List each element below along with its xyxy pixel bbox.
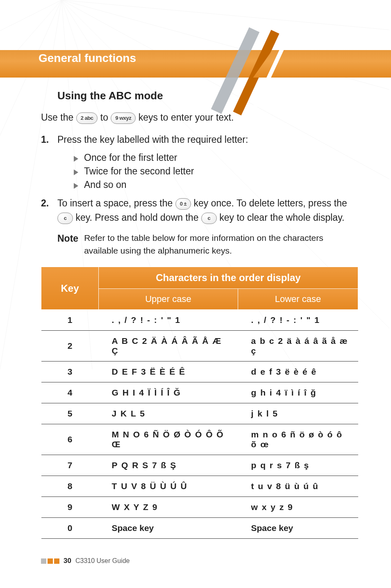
steps-list-2: 2. To insert a space, press the 0 ± key … — [41, 196, 358, 224]
cell-upper: M N O 6 Ñ Ö Ø Ò Ó Ô Õ Œ — [99, 424, 238, 455]
table-row: 3D E F 3 Ë È É Êd e f 3 ë è é ê — [41, 361, 358, 382]
note-block: Note Refer to the table below for more i… — [57, 232, 358, 257]
cell-key: 9 — [41, 497, 99, 518]
table-body: 1. , / ? ! - : ' " 1. , / ? ! - : ' " 1 … — [41, 310, 358, 539]
triangle-icon — [74, 183, 78, 189]
cell-key: 3 — [41, 361, 99, 382]
table-row: 9W X Y Z 9w x y z 9 — [41, 497, 358, 518]
cell-lower: a b c 2 ä à á â ã å æ ç — [238, 331, 358, 361]
triangle-icon — [74, 169, 78, 175]
key-0-icon: 0 ± — [175, 198, 191, 210]
table-row: 2A B C 2 Ä À Á Â Ã Å Æ Ça b c 2 ä à á â … — [41, 331, 358, 361]
content: Using the ABC mode Use the 2 abc to 9 wx… — [41, 89, 358, 539]
cell-lower: g h i 4 ï ì í î ğ — [238, 382, 358, 403]
text: key to clear the whole display. — [219, 212, 344, 223]
table-row: 5J K L 5j k l 5 — [41, 403, 358, 424]
cell-upper: G H I 4 Ï Ì Í Î Ğ — [99, 382, 238, 403]
key-c-icon: c — [201, 213, 217, 224]
cell-lower: m n o 6 ñ ö ø ò ó ô õ œ — [238, 424, 358, 455]
cell-key: 4 — [41, 382, 99, 403]
table-row: 4G H I 4 Ï Ì Í Î Ğg h i 4 ï ì í î ğ — [41, 382, 358, 403]
page: General functions Using the ABC mode Use… — [0, 0, 391, 588]
cell-lower: . , / ? ! - : ' " 1 — [238, 310, 358, 331]
footer: 30 C3310 User Guide — [41, 557, 130, 565]
key-2-icon: 2 abc — [76, 112, 98, 124]
cell-lower: t u v 8 ü ù ú û — [238, 476, 358, 497]
cell-key: 5 — [41, 403, 99, 424]
cell-key: 7 — [41, 455, 99, 476]
page-number: 30 — [64, 557, 71, 565]
cell-upper: J K L 5 — [99, 403, 238, 424]
cell-lower: p q r s 7 ß ş — [238, 455, 358, 476]
bullet-text: And so on — [84, 179, 127, 190]
cell-lower: j k l 5 — [238, 403, 358, 424]
table-row: 8T U V 8 Ü Ù Ú Ût u v 8 ü ù ú û — [41, 476, 358, 497]
table-row: 6M N O 6 Ñ Ö Ø Ò Ó Ô Õ Œm n o 6 ñ ö ø ò … — [41, 424, 358, 455]
note-label: Note — [57, 232, 78, 257]
cell-key: 6 — [41, 424, 99, 455]
footer-blocks-icon — [41, 558, 59, 564]
cell-upper: . , / ? ! - : ' " 1 — [99, 310, 238, 331]
table-row: 1. , / ? ! - : ' " 1. , / ? ! - : ' " 1 — [41, 310, 358, 331]
triangle-icon — [74, 156, 78, 162]
table-row: 7P Q R S 7 ß Şp q r s 7 ß ş — [41, 455, 358, 476]
key-c-icon: c — [57, 213, 73, 224]
cell-upper: A B C 2 Ä À Á Â Ã Å Æ Ç — [99, 331, 238, 361]
cell-upper: T U V 8 Ü Ù Ú Û — [99, 476, 238, 497]
bullet-item: Twice for the second letter — [74, 166, 358, 177]
step-number: 1. — [41, 133, 51, 147]
cell-upper: P Q R S 7 ß Ş — [99, 455, 238, 476]
cell-key: 1 — [41, 310, 99, 331]
cell-lower: w x y z 9 — [238, 497, 358, 518]
section-title: General functions — [39, 0, 358, 65]
cell-upper: D E F 3 Ë È É Ê — [99, 361, 238, 382]
step-2: 2. To insert a space, press the 0 ± key … — [41, 196, 358, 224]
col-key-header: Key — [41, 267, 99, 310]
text: keys to enter your text. — [139, 112, 234, 123]
cell-key: 2 — [41, 331, 99, 361]
subheading-using-abc: Using the ABC mode — [57, 89, 358, 102]
text: To insert a space, press the — [57, 198, 175, 208]
characters-table: Key Characters in the order display Uppe… — [41, 267, 358, 539]
step-text: To insert a space, press the 0 ± key onc… — [57, 196, 358, 224]
cell-upper: W X Y Z 9 — [99, 497, 238, 518]
col-characters-header: Characters in the order display — [99, 267, 358, 289]
note-text: Refer to the table below for more inform… — [84, 232, 358, 257]
text: to — [100, 112, 111, 123]
text: Use the — [41, 112, 76, 123]
bullet-item: Once for the first letter — [74, 152, 358, 163]
key-9-icon: 9 wxyz — [111, 112, 136, 124]
step-1: 1. Press the key labelled with the requi… — [41, 133, 358, 147]
cell-key: 8 — [41, 476, 99, 497]
cell-lower: d e f 3 ë è é ê — [238, 361, 358, 382]
step-number: 2. — [41, 196, 51, 224]
text: key once. To delete letters, press the — [194, 198, 347, 208]
col-lower-header: Lower case — [238, 289, 358, 310]
cell-lower: Space key — [238, 518, 358, 539]
col-upper-header: Upper case — [99, 289, 238, 310]
step-text: Press the key labelled with the required… — [57, 133, 248, 147]
steps-list: 1. Press the key labelled with the requi… — [41, 133, 358, 147]
sub-bullets: Once for the first letter Twice for the … — [74, 152, 358, 190]
cell-upper: Space key — [99, 518, 238, 539]
text: key. Press and hold down the — [75, 212, 201, 223]
use-keys-line: Use the 2 abc to 9 wxyz keys to enter yo… — [41, 110, 358, 125]
bullet-text: Once for the first letter — [84, 152, 177, 163]
bullet-item: And so on — [74, 179, 358, 190]
cell-key: 0 — [41, 518, 99, 539]
bullet-text: Twice for the second letter — [84, 166, 194, 177]
table-row: 0Space keySpace key — [41, 518, 358, 539]
guide-name: C3310 User Guide — [75, 557, 130, 565]
